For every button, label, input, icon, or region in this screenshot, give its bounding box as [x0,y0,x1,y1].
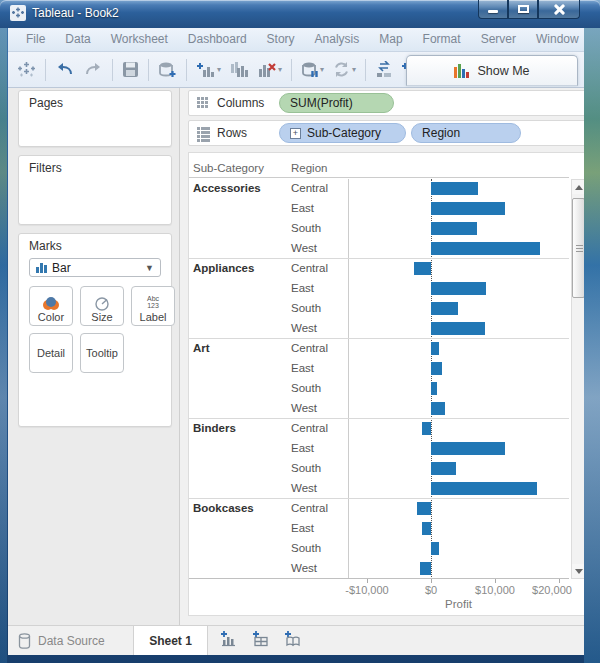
filters-shelf[interactable]: Filters [18,155,172,225]
vertical-scrollbar[interactable] [571,179,584,579]
subcategory-label[interactable]: Binders [193,422,236,434]
redo-button[interactable] [80,60,106,80]
profit-bar[interactable] [431,222,477,235]
duplicate-sheet-button[interactable] [226,59,252,81]
profit-bar[interactable] [431,302,458,315]
new-story-button[interactable] [284,630,302,651]
region-label[interactable]: Central [291,182,328,194]
tooltip-button[interactable]: Tooltip [80,333,124,373]
sheet1-tab[interactable]: Sheet 1 [134,626,208,655]
region-label[interactable]: East [291,202,314,214]
tableau-logo-icon[interactable] [14,58,39,81]
scrollbar-thumb[interactable] [572,198,584,298]
profit-bar[interactable] [431,442,505,455]
clear-sheet-button[interactable]: ▾ [254,59,285,81]
region-label[interactable]: East [291,362,314,374]
pill-sub-category[interactable]: +Sub-Category [279,123,406,143]
menu-item-map[interactable]: Map [369,28,412,51]
expand-hierarchy-icon[interactable]: + [290,128,301,139]
region-column-header[interactable]: Region [291,162,327,174]
region-label[interactable]: West [291,482,317,494]
menu-item-dashboard[interactable]: Dashboard [178,28,257,51]
undo-button[interactable] [52,60,78,80]
profit-bar[interactable] [431,182,478,195]
pill-region[interactable]: Region [411,123,521,143]
profit-bar[interactable] [431,242,540,255]
profit-bar[interactable] [431,202,505,215]
pause-auto-updates-button[interactable]: ▾ [298,59,327,81]
menu-item-window[interactable]: Window [526,28,584,51]
title-bar[interactable]: Tableau - Book2 [0,0,600,28]
detail-button[interactable]: Detail [29,333,73,373]
profit-bar[interactable] [431,282,486,295]
profit-bar[interactable] [431,382,437,395]
region-label[interactable]: South [291,462,321,474]
region-label[interactable]: Central [291,422,328,434]
size-button[interactable]: Size [80,286,124,326]
menu-item-story[interactable]: Story [257,28,305,51]
subcategory-label[interactable]: Art [193,342,210,354]
axis-tick [495,579,496,583]
new-dashboard-button[interactable] [252,630,270,651]
region-label[interactable]: South [291,542,321,554]
axis-tick [431,579,432,583]
minimize-button[interactable] [478,0,508,19]
profit-bar[interactable] [431,342,439,355]
run-auto-updates-button[interactable]: ▾ [329,59,359,80]
color-button[interactable]: Color [29,286,73,326]
region-label[interactable]: West [291,242,317,254]
region-label[interactable]: Central [291,342,328,354]
region-label[interactable]: South [291,222,321,234]
show-me-button[interactable]: Show Me [406,55,578,86]
profit-bar[interactable] [431,322,485,335]
subcategory-label[interactable]: Bookcases [193,502,254,514]
subcategory-column-header[interactable]: Sub-Category [193,162,264,174]
region-label[interactable]: Central [291,262,328,274]
region-label[interactable]: East [291,442,314,454]
menu-item-server[interactable]: Server [471,28,526,51]
subcategory-label[interactable]: Appliances [193,262,254,274]
profit-bar[interactable] [431,362,442,375]
region-label[interactable]: East [291,522,314,534]
region-label[interactable]: West [291,402,317,414]
scroll-down-button[interactable] [572,564,584,578]
swap-rows-columns-button[interactable] [372,59,396,81]
menu-item-format[interactable]: Format [413,28,471,51]
profit-bar[interactable] [420,562,431,575]
region-label[interactable]: Central [291,502,328,514]
pill-sum-profit-[interactable]: SUM(Profit) [279,93,394,113]
pages-shelf[interactable]: Pages [18,90,172,147]
profit-bar[interactable] [431,542,439,555]
rows-shelf[interactable]: Rows +Sub-CategoryRegion [188,120,584,146]
new-worksheet-button[interactable] [220,630,238,651]
data-source-tab[interactable]: Data Source [8,626,134,655]
profit-bar[interactable] [422,422,431,435]
chart-row: South [189,299,569,319]
region-label[interactable]: West [291,322,317,334]
region-label[interactable]: South [291,302,321,314]
menu-item-data[interactable]: Data [55,28,100,51]
region-label[interactable]: East [291,282,314,294]
profit-bar[interactable] [414,262,431,275]
profit-bar[interactable] [431,462,456,475]
profit-bar[interactable] [431,482,537,495]
mark-type-dropdown[interactable]: Bar ▼ [29,258,161,277]
label-button[interactable]: Abc123 Label [131,286,175,326]
save-button[interactable] [119,59,142,80]
menu-item-worksheet[interactable]: Worksheet [101,28,178,51]
profit-bar[interactable] [422,522,431,535]
region-label[interactable]: West [291,562,317,574]
region-label[interactable]: South [291,382,321,394]
menu-item-file[interactable]: File [16,28,55,51]
add-data-source-button[interactable] [155,59,180,81]
profit-bar[interactable] [431,402,445,415]
new-worksheet-button[interactable]: ▾ [193,59,224,81]
profit-bar[interactable] [417,502,431,515]
menu-item-analysis[interactable]: Analysis [305,28,370,51]
x-axis[interactable]: Profit -$10,000$0$10,000$20,000 [189,579,569,617]
close-button[interactable] [538,0,580,19]
scroll-up-button[interactable] [572,180,584,194]
subcategory-label[interactable]: Accessories [193,182,261,194]
maximize-button[interactable] [508,0,538,19]
columns-shelf[interactable]: Columns SUM(Profit) [188,90,584,116]
